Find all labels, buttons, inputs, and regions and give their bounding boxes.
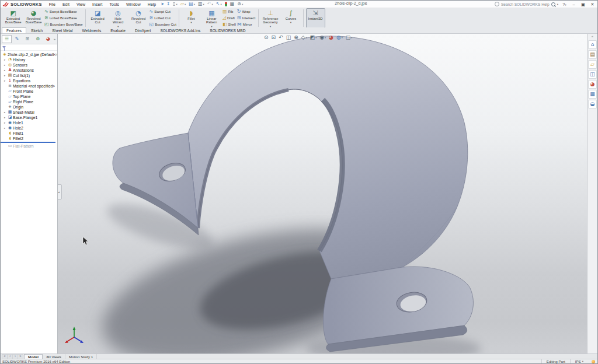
menu-help[interactable]: Help: [144, 2, 159, 6]
quick-tips-icon[interactable]: [592, 360, 595, 363]
qa-file-properties-button[interactable]: [229, 2, 236, 6]
filter-icon[interactable]: [2, 46, 6, 48]
ribbon-wrap-button[interactable]: Wrap: [237, 9, 256, 15]
ribbon-reference-geometry-button[interactable]: Reference Geometry▼: [261, 8, 280, 28]
tree-item-flat-pattern[interactable]: Flat-Pattern: [1, 144, 57, 149]
panel-tab-dimxpert-manager[interactable]: [33, 35, 43, 43]
tree-item-equations[interactable]: ▸Equations: [1, 78, 57, 83]
dropdown-caret-icon[interactable]: ▾: [212, 3, 213, 6]
dropdown-caret-icon[interactable]: ▾: [315, 36, 317, 39]
headsup-display-style-button[interactable]: ▾: [310, 35, 318, 40]
tab-sketch[interactable]: Sketch: [26, 27, 47, 33]
tree-item-hole2[interactable]: ▸Hole2: [1, 125, 57, 131]
ribbon-shell-button[interactable]: Shell: [222, 22, 236, 27]
units-selector[interactable]: IPS▾: [570, 359, 588, 363]
qa-options-button[interactable]: ▾: [236, 2, 244, 6]
qa-open-button[interactable]: ▾: [179, 2, 187, 6]
ribbon-rib-button[interactable]: Rib: [222, 9, 236, 15]
tab-weldments[interactable]: Weldments: [77, 27, 106, 33]
menu-window[interactable]: Window: [123, 2, 144, 6]
taskpane-solidworks-forum-button[interactable]: [588, 100, 597, 108]
ribbon-swept-cut-button[interactable]: Swept Cut: [150, 9, 176, 15]
dropdown-caret-icon[interactable]: ▼: [290, 21, 292, 24]
dropdown-caret-icon[interactable]: ▾: [351, 36, 352, 39]
ribbon-mirror-button[interactable]: Mirror: [237, 22, 256, 27]
qa-pin-button[interactable]: [165, 2, 171, 6]
tree-root-item[interactable]: 2hole-clip-2_d-jpe (Default<<Default>_: [1, 51, 57, 57]
dropdown-caret-icon[interactable]: ▾: [221, 3, 222, 6]
tree-item-front-plane[interactable]: Front Plane: [1, 89, 57, 94]
headsup-annotation-views-button[interactable]: [293, 35, 299, 40]
help-search[interactable]: Search SOLIDWORKS Help ▾: [495, 2, 558, 6]
panel-tab-configuration-manager[interactable]: [22, 35, 32, 43]
tree-item-hole1[interactable]: ▸Hole1: [1, 120, 57, 125]
restore-button[interactable]: ▣: [580, 2, 586, 7]
headsup-zoom-area-button[interactable]: [271, 35, 277, 40]
headsup-view-settings-button[interactable]: ▾: [345, 35, 353, 40]
ribbon-instant3d-button[interactable]: Instant3D: [306, 8, 325, 28]
qa-save-button[interactable]: ▾: [187, 2, 196, 6]
tree-item-origin[interactable]: Origin: [1, 104, 57, 110]
tab-evaluate[interactable]: Evaluate: [106, 27, 130, 33]
headsup-view-orientation-button[interactable]: ▾: [301, 35, 308, 40]
dropdown-caret-icon[interactable]: ▼: [190, 21, 192, 24]
taskpane-design-library-button[interactable]: [588, 50, 597, 59]
rollback-bar[interactable]: [1, 142, 55, 143]
tree-item-base-flange1[interactable]: ▸Base-Flange1: [1, 115, 57, 120]
menu-file[interactable]: File: [46, 2, 59, 6]
dropdown-caret-icon[interactable]: ▾: [194, 3, 195, 6]
headsup-previous-view-button[interactable]: [278, 35, 284, 40]
ribbon-curves-button[interactable]: Curves▼: [281, 8, 301, 28]
tree-item-history[interactable]: ▸History: [1, 57, 57, 62]
dropdown-caret-icon[interactable]: ▾: [342, 36, 343, 39]
headsup-zoom-fit-button[interactable]: [263, 35, 269, 40]
ribbon-revolved-boss-base-button[interactable]: Revolved Boss/Base: [24, 8, 43, 28]
ribbon-hole-wizard-button[interactable]: Hole Wizard▼: [109, 8, 128, 28]
tree-item-fillet2[interactable]: Fillet2: [1, 136, 57, 141]
taskpane-custom-properties-button[interactable]: [588, 90, 597, 99]
dropdown-caret-icon[interactable]: ▾: [325, 36, 326, 39]
ribbon-extruded-boss-base-button[interactable]: Extruded Boss/Base: [4, 8, 23, 28]
dropdown-caret-icon[interactable]: ▾: [242, 3, 243, 6]
headsup-apply-scene-button[interactable]: ▾: [336, 35, 343, 40]
ribbon-lofted-cut-button[interactable]: Lofted Cut: [150, 15, 176, 21]
qa-select-button[interactable]: ▾: [215, 2, 223, 6]
task-pane-collapse-icon[interactable]: «: [592, 34, 593, 39]
menu-insert[interactable]: Insert: [89, 2, 106, 6]
tab-solidworks-mbd[interactable]: SOLIDWORKS MBD: [205, 27, 250, 33]
tree-item-right-plane[interactable]: Right Plane: [1, 99, 57, 104]
tab-dimxpert[interactable]: DimXpert: [130, 27, 155, 33]
tree-item-material-not-specified[interactable]: Material <not specified>: [1, 83, 57, 89]
panel-tabs-overflow[interactable]: »: [54, 37, 56, 41]
ribbon-lofted-boss-base-button[interactable]: Lofted Boss/Base: [44, 15, 83, 21]
dropdown-caret-icon[interactable]: ▾: [176, 3, 178, 6]
headsup-edit-appearance-button[interactable]: [328, 35, 334, 40]
tree-item-top-plane[interactable]: Top Plane: [1, 94, 57, 99]
tab-solidworks-add-ins[interactable]: SOLIDWORKS Add-Ins: [155, 27, 205, 33]
ribbon-boundary-boss-base-button[interactable]: Boundary Boss/Base: [44, 22, 83, 27]
doc-tab-3d-views[interactable]: 3D Views: [43, 354, 65, 359]
ribbon-linear-pattern-button[interactable]: Linear Pattern▼: [202, 8, 221, 28]
taskpane-appearances-scenes-button[interactable]: [588, 80, 597, 89]
menu-edit[interactable]: Edit: [59, 2, 73, 6]
taskpane-file-explorer-button[interactable]: [588, 60, 597, 69]
tree-item-sheet-metal[interactable]: ▸Sheet-Metal: [1, 110, 57, 115]
search-icon[interactable]: [551, 2, 555, 6]
panel-tab-display-manager[interactable]: [43, 35, 53, 43]
tree-item-fillet1[interactable]: Fillet1: [1, 131, 57, 136]
dropdown-caret-icon[interactable]: ▾: [203, 3, 204, 6]
menu-tools[interactable]: Tools: [106, 2, 123, 6]
qa-undo-button[interactable]: ▾: [206, 2, 214, 6]
minimize-button[interactable]: –: [571, 2, 577, 7]
search-caret-icon[interactable]: ▾: [557, 3, 558, 6]
qa-new-button[interactable]: ▾: [172, 2, 179, 6]
part-3d-view[interactable]: [58, 34, 587, 354]
ribbon-fillet-button[interactable]: Fillet▼: [182, 8, 201, 28]
tab-features[interactable]: Features: [2, 27, 26, 33]
ribbon-intersect-button[interactable]: Intersect: [237, 15, 256, 21]
dropdown-caret-icon[interactable]: ▾: [185, 3, 186, 6]
tab-sheet-metal[interactable]: Sheet Metal: [47, 27, 77, 33]
taskpane-solidworks-resources-button[interactable]: [588, 40, 597, 49]
ribbon-revolved-cut-button[interactable]: Revolved Cut: [129, 8, 148, 28]
tree-item-sensors[interactable]: ▸Sensors: [1, 62, 57, 68]
